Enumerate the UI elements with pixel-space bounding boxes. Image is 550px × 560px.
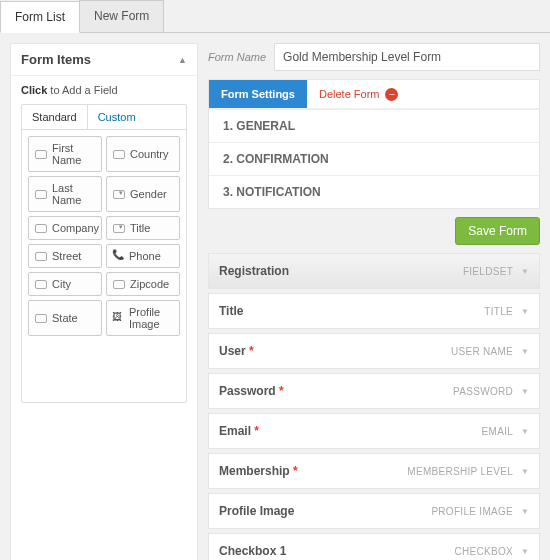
form-name-label: Form Name bbox=[208, 51, 266, 63]
field-state[interactable]: State bbox=[28, 300, 102, 336]
text-field-icon bbox=[35, 150, 47, 159]
chevron-down-icon[interactable]: ▼ bbox=[521, 307, 529, 316]
form-name-input[interactable] bbox=[274, 43, 540, 71]
field-gender[interactable]: Gender bbox=[106, 176, 180, 212]
row-type: TITLE bbox=[484, 306, 513, 317]
subtab-standard[interactable]: Standard bbox=[22, 105, 88, 129]
chevron-down-icon[interactable]: ▼ bbox=[521, 387, 529, 396]
row-meta: CHECKBOX▼ bbox=[455, 546, 529, 557]
row-type: USER NAME bbox=[451, 346, 513, 357]
text-field-icon bbox=[35, 314, 47, 323]
image-icon bbox=[113, 313, 124, 324]
row-label: Password * bbox=[219, 384, 284, 398]
delete-form-link[interactable]: Delete Form – bbox=[319, 88, 399, 101]
row-meta: EMAIL▼ bbox=[482, 426, 529, 437]
field-last-name[interactable]: Last Name bbox=[28, 176, 102, 212]
row-type: FIELDSET bbox=[463, 266, 513, 277]
delete-icon: – bbox=[385, 88, 398, 101]
row-type: PASSWORD bbox=[453, 386, 513, 397]
row-type: MEMBERSHIP LEVEL bbox=[407, 466, 513, 477]
top-tabs: Form List New Form bbox=[0, 0, 550, 33]
form-row[interactable]: Profile ImagePROFILE IMAGE▼ bbox=[208, 493, 540, 529]
accordion-notification[interactable]: 3. NOTIFICATION bbox=[209, 175, 539, 208]
row-meta: FIELDSET▼ bbox=[463, 266, 529, 277]
field-title[interactable]: Title bbox=[106, 216, 180, 240]
row-meta: USER NAME▼ bbox=[451, 346, 529, 357]
row-label: Membership * bbox=[219, 464, 298, 478]
form-row[interactable]: Membership *MEMBERSHIP LEVEL▼ bbox=[208, 453, 540, 489]
chevron-down-icon[interactable]: ▼ bbox=[521, 507, 529, 516]
text-field-icon bbox=[35, 190, 47, 199]
text-field-icon bbox=[113, 150, 125, 159]
form-row[interactable]: Password *PASSWORD▼ bbox=[208, 373, 540, 409]
field-profile-image[interactable]: Profile Image bbox=[106, 300, 180, 336]
field-first-name[interactable]: First Name bbox=[28, 136, 102, 172]
form-settings-button[interactable]: Form Settings bbox=[209, 80, 307, 108]
row-type: CHECKBOX bbox=[455, 546, 514, 557]
field-phone[interactable]: Phone bbox=[106, 244, 180, 268]
field-country[interactable]: Country bbox=[106, 136, 180, 172]
click-hint: Click to Add a Field bbox=[21, 84, 187, 96]
field-zipcode[interactable]: Zipcode bbox=[106, 272, 180, 296]
required-star: * bbox=[276, 384, 284, 398]
text-field-icon bbox=[35, 252, 47, 261]
row-meta: MEMBERSHIP LEVEL▼ bbox=[407, 466, 529, 477]
row-type: PROFILE IMAGE bbox=[431, 506, 513, 517]
row-meta: TITLE▼ bbox=[484, 306, 529, 317]
collapse-icon[interactable]: ▲ bbox=[178, 55, 187, 65]
row-type: EMAIL bbox=[482, 426, 514, 437]
text-field-icon bbox=[113, 280, 125, 289]
field-city[interactable]: City bbox=[28, 272, 102, 296]
form-row[interactable]: Checkbox 1CHECKBOX▼ bbox=[208, 533, 540, 560]
phone-icon bbox=[113, 251, 124, 262]
chevron-down-icon[interactable]: ▼ bbox=[521, 427, 529, 436]
form-items-title: Form Items bbox=[21, 52, 91, 67]
settings-panel: Form Settings Delete Form – 1. GENERAL 2… bbox=[208, 79, 540, 209]
accordion-confirmation[interactable]: 2. CONFIRMATION bbox=[209, 142, 539, 175]
form-row[interactable]: Email *EMAIL▼ bbox=[208, 413, 540, 449]
required-star: * bbox=[246, 344, 254, 358]
chevron-down-icon[interactable]: ▼ bbox=[521, 547, 529, 556]
text-field-icon bbox=[35, 224, 47, 233]
row-label: Email * bbox=[219, 424, 259, 438]
field-street[interactable]: Street bbox=[28, 244, 102, 268]
dropdown-icon bbox=[113, 190, 125, 199]
required-star: * bbox=[290, 464, 298, 478]
row-label: Title bbox=[219, 304, 243, 318]
dropdown-icon bbox=[113, 224, 125, 233]
row-label: Registration bbox=[219, 264, 289, 278]
text-field-icon bbox=[35, 280, 47, 289]
accordion-general[interactable]: 1. GENERAL bbox=[209, 109, 539, 142]
chevron-down-icon[interactable]: ▼ bbox=[521, 347, 529, 356]
field-company[interactable]: Company bbox=[28, 216, 102, 240]
form-items-panel: Form Items ▲ Click to Add a Field Standa… bbox=[10, 43, 198, 560]
row-meta: PROFILE IMAGE▼ bbox=[431, 506, 529, 517]
row-meta: PASSWORD▼ bbox=[453, 386, 529, 397]
tab-new-form[interactable]: New Form bbox=[79, 0, 164, 32]
subtab-custom[interactable]: Custom bbox=[88, 105, 146, 129]
row-label: Profile Image bbox=[219, 504, 294, 518]
form-rows: RegistrationFIELDSET▼TitleTITLE▼User *US… bbox=[208, 253, 540, 560]
form-row[interactable]: User *USER NAME▼ bbox=[208, 333, 540, 369]
required-star: * bbox=[251, 424, 259, 438]
chevron-down-icon[interactable]: ▼ bbox=[521, 267, 529, 276]
row-label: Checkbox 1 bbox=[219, 544, 286, 558]
tab-form-list[interactable]: Form List bbox=[0, 1, 80, 33]
row-label: User * bbox=[219, 344, 254, 358]
form-row[interactable]: TitleTITLE▼ bbox=[208, 293, 540, 329]
chevron-down-icon[interactable]: ▼ bbox=[521, 467, 529, 476]
form-row[interactable]: RegistrationFIELDSET▼ bbox=[208, 253, 540, 289]
save-form-button[interactable]: Save Form bbox=[455, 217, 540, 245]
